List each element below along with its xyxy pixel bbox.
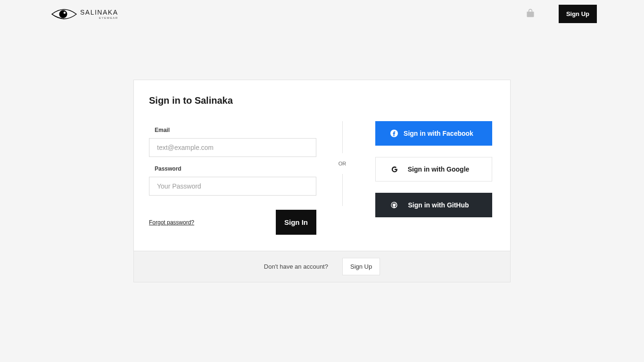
signin-google-button[interactable]: Sign in with Google: [375, 157, 492, 181]
top-header: SALINAKA EYEWEAR Sign Up: [0, 0, 644, 28]
facebook-icon: [389, 129, 399, 138]
brand-name: SALINAKA: [80, 9, 118, 16]
or-label: OR: [339, 158, 347, 169]
signup-prompt: Don't have an account?: [264, 263, 328, 270]
password-field[interactable]: [149, 177, 316, 196]
signin-facebook-button[interactable]: Sign in with Facebook: [375, 121, 492, 146]
brand-tagline: EYEWEAR: [99, 16, 118, 19]
google-icon: [390, 165, 399, 174]
signin-button[interactable]: Sign In: [276, 210, 316, 235]
signin-form: Email Password Forgot password? Sign In: [149, 121, 323, 235]
signin-card: Sign in to Salinaka Email Password Forgo…: [133, 80, 511, 282]
shopping-bag-icon[interactable]: [526, 8, 535, 20]
github-icon: [389, 200, 399, 210]
signup-button-header[interactable]: Sign Up: [559, 5, 597, 23]
password-label: Password: [155, 165, 319, 172]
svg-point-0: [59, 10, 67, 18]
email-field[interactable]: [149, 138, 316, 157]
divider: OR: [323, 121, 361, 206]
svg-point-1: [64, 11, 66, 13]
card-footer: Don't have an account? Sign Up: [134, 251, 510, 282]
social-signin: Sign in with Facebook Sign in with Googl…: [361, 121, 495, 235]
forgot-password-link[interactable]: Forgot password?: [149, 219, 194, 226]
email-label: Email: [155, 127, 319, 133]
signin-title: Sign in to Salinaka: [149, 95, 495, 106]
signin-github-button[interactable]: Sign in with GitHub: [375, 193, 492, 217]
brand-logo[interactable]: SALINAKA EYEWEAR: [51, 7, 118, 22]
signup-button-footer[interactable]: Sign Up: [342, 258, 380, 275]
eye-icon: [51, 7, 77, 22]
